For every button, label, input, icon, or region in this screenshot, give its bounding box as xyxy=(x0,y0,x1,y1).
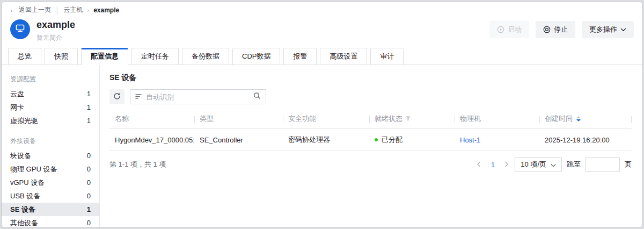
sidebar-item-vgpu[interactable]: vGPU 设备 0 xyxy=(2,176,99,189)
page-number-1[interactable]: 1 xyxy=(487,161,499,169)
vm-header: example 暂无简介 启动 xyxy=(2,15,642,48)
more-actions-button[interactable]: 更多操作 xyxy=(582,21,634,38)
sidebar-item-label: 物理 GPU 设备 xyxy=(10,164,57,174)
sidebar-item-label: USB 设备 xyxy=(10,191,40,201)
cell-ready-status: 已分配 xyxy=(369,129,455,151)
vm-title-block: example 暂无简介 xyxy=(36,19,489,42)
page-title: example xyxy=(36,19,489,30)
panel-title: SE 设备 xyxy=(109,73,632,83)
pagination-summary: 第 1-1 项，共 1 项 xyxy=(109,160,166,169)
sidebar-item-label: vGPU 设备 xyxy=(10,178,45,188)
status-label: 已分配 xyxy=(382,135,402,145)
prev-page-button[interactable] xyxy=(475,161,482,169)
vm-avatar xyxy=(10,19,30,39)
sidebar-item-block-device[interactable]: 块设备 0 xyxy=(2,149,99,162)
toolbar xyxy=(109,89,632,104)
filter-lines-icon[interactable] xyxy=(135,92,142,102)
search-box xyxy=(130,89,266,104)
column-header-ready-status: 就绪状态 xyxy=(369,112,455,128)
next-page-button[interactable] xyxy=(503,161,510,169)
table-footer: 第 1-1 项，共 1 项 1 10 项/页 跳至 xyxy=(109,157,632,172)
sidebar-item-virtual-cdrom[interactable]: 虚拟光驱 1 xyxy=(2,114,99,127)
tab-snapshots[interactable]: 快照 xyxy=(45,48,78,65)
page-size-value: 10 项/页 xyxy=(521,160,546,169)
start-button-label: 启动 xyxy=(508,25,522,34)
sidebar-item-cloud-disk[interactable]: 云盘 1 xyxy=(2,87,99,101)
table-header-row: 名称 类型 安全功能 就绪状态 xyxy=(109,112,632,129)
breadcrumb-divider: │ xyxy=(55,6,60,14)
sidebar-item-label: 虚拟光驱 xyxy=(10,116,38,126)
breadcrumb-chevron-icon: › xyxy=(87,7,90,13)
vm-monitor-icon xyxy=(15,23,25,35)
sidebar-item-count: 1 xyxy=(87,103,91,111)
refresh-icon xyxy=(113,92,121,102)
sidebar-item-count: 0 xyxy=(87,178,91,187)
search-input[interactable] xyxy=(146,93,250,101)
breadcrumb-section[interactable]: 云主机 xyxy=(64,5,83,15)
jump-page-input[interactable] xyxy=(586,157,620,172)
filter-funnel-icon[interactable] xyxy=(405,115,411,123)
tab-alerts[interactable]: 报警 xyxy=(283,48,317,65)
back-arrow-icon: ← xyxy=(9,6,16,14)
status-dot-green xyxy=(375,138,378,141)
back-label: 返回上一页 xyxy=(19,5,51,15)
se-device-panel: SE 设备 xyxy=(100,65,642,227)
sidebar-section-title: 资源配置 xyxy=(2,70,99,87)
tab-overview[interactable]: 总览 xyxy=(8,48,41,65)
chevron-down-icon xyxy=(551,161,556,169)
vm-subtitle: 暂无简介 xyxy=(36,33,489,42)
sidebar-item-other-devices[interactable]: 其他设备 0 xyxy=(2,216,99,228)
refresh-button[interactable] xyxy=(109,89,125,104)
sort-desc-icon[interactable] xyxy=(576,116,581,121)
stop-button-label: 停止 xyxy=(554,25,568,34)
start-button[interactable]: 启动 xyxy=(489,21,529,38)
sidebar-item-nic[interactable]: 网卡 1 xyxy=(2,101,99,114)
column-header-security-function: 安全功能 xyxy=(283,112,369,128)
cell-type: SE_Controller xyxy=(194,130,283,150)
tab-advanced-settings[interactable]: 高级设置 xyxy=(320,48,367,65)
tab-audit[interactable]: 审计 xyxy=(370,48,404,65)
sidebar-item-physical-gpu[interactable]: 物理 GPU 设备 0 xyxy=(2,162,99,176)
sidebar-item-se-device[interactable]: SE 设备 1 xyxy=(2,203,99,216)
se-device-table: 名称 类型 安全功能 就绪状态 xyxy=(109,112,632,151)
play-circle-icon xyxy=(497,26,504,33)
cell-name: HygonMdev_17_0000:05:00.2 xyxy=(109,130,194,150)
sidebar-item-count: 0 xyxy=(87,165,91,173)
sidebar-item-count: 1 xyxy=(87,205,91,213)
stop-circle-icon xyxy=(543,26,551,33)
pagination-controls: 1 10 项/页 跳至 页 xyxy=(475,157,632,172)
table-body: HygonMdev_17_0000:05:00.2 SE_Controller … xyxy=(109,129,632,151)
stop-button[interactable]: 停止 xyxy=(536,21,575,38)
tab-content: 资源配置 云盘 1 网卡 1 虚拟光驱 1 外接设备 块设备 0 xyxy=(2,65,642,227)
tab-bar: 总览 快照 配置信息 定时任务 备份数据 CDP数据 报警 高级设置 审计 xyxy=(2,48,642,65)
sidebar-item-label: 云盘 xyxy=(10,89,24,99)
host-link[interactable]: Host-1 xyxy=(460,136,480,144)
tab-backup-data[interactable]: 备份数据 xyxy=(182,48,229,65)
sidebar-item-label: 块设备 xyxy=(10,151,31,161)
search-icon[interactable] xyxy=(253,92,261,102)
breadcrumb: ← 返回上一页 │ 云主机 › example xyxy=(2,2,642,15)
sidebar-item-usb[interactable]: USB 设备 0 xyxy=(2,189,99,203)
tab-cdp-data[interactable]: CDP数据 xyxy=(232,48,280,65)
config-sidebar: 资源配置 云盘 1 网卡 1 虚拟光驱 1 外接设备 块设备 0 xyxy=(2,65,100,227)
tab-config-info[interactable]: 配置信息 xyxy=(81,48,128,65)
sidebar-section-resources: 资源配置 云盘 1 网卡 1 虚拟光驱 1 xyxy=(2,70,99,127)
sidebar-section-external-devices: 外接设备 块设备 0 物理 GPU 设备 0 vGPU 设备 0 USB 设备 … xyxy=(2,132,99,228)
sidebar-item-count: 1 xyxy=(87,117,91,125)
column-header-host: 物理机 xyxy=(455,112,539,128)
column-header-created-time: 创建时间 xyxy=(539,112,632,128)
cell-created-time: 2025-12-19 16:20:00 xyxy=(539,130,632,150)
page-size-select[interactable]: 10 项/页 xyxy=(515,157,562,172)
table-row[interactable]: HygonMdev_17_0000:05:00.2 SE_Controller … xyxy=(109,129,632,151)
jump-to-label: 跳至 xyxy=(567,160,581,169)
vm-detail-page: ← 返回上一页 │ 云主机 › example example 暂无简介 xyxy=(1,1,643,228)
chevron-down-icon xyxy=(620,28,626,32)
sidebar-item-count: 0 xyxy=(87,192,91,200)
tab-scheduled-tasks[interactable]: 定时任务 xyxy=(131,48,179,65)
sidebar-item-label: 网卡 xyxy=(10,103,24,112)
back-link[interactable]: ← 返回上一页 xyxy=(9,5,51,15)
cell-host: Host-1 xyxy=(455,130,539,150)
more-actions-label: 更多操作 xyxy=(589,25,617,34)
page-suffix-label: 页 xyxy=(625,160,632,169)
column-header-type: 类型 xyxy=(194,112,283,128)
